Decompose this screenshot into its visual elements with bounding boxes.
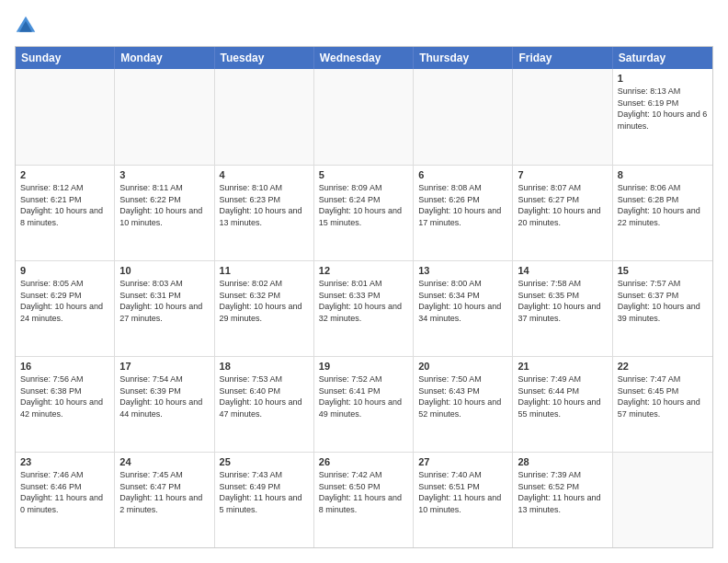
cal-cell	[16, 69, 115, 165]
weekday-header-friday: Friday	[513, 47, 612, 69]
cal-cell	[613, 453, 712, 547]
day-number: 26	[319, 456, 408, 467]
cal-cell: 27Sunrise: 7:40 AM Sunset: 6:51 PM Dayli…	[414, 453, 513, 547]
day-number: 3	[119, 169, 209, 180]
day-number: 15	[618, 265, 708, 276]
day-number: 28	[518, 456, 607, 467]
day-number: 17	[119, 361, 209, 372]
cal-cell: 6Sunrise: 8:08 AM Sunset: 6:26 PM Daylig…	[414, 166, 513, 260]
cal-cell: 14Sunrise: 7:58 AM Sunset: 6:35 PM Dayli…	[513, 261, 612, 356]
day-number: 8	[618, 169, 708, 180]
page: SundayMondayTuesdayWednesdayThursdayFrid…	[0, 0, 728, 563]
day-info: Sunrise: 8:00 AM Sunset: 6:34 PM Dayligh…	[418, 278, 507, 324]
day-number: 6	[418, 169, 507, 180]
cal-cell: 4Sunrise: 8:10 AM Sunset: 6:23 PM Daylig…	[215, 166, 314, 260]
cal-cell: 12Sunrise: 8:01 AM Sunset: 6:33 PM Dayli…	[314, 261, 414, 356]
weekday-header-saturday: Saturday	[613, 47, 712, 69]
cal-cell	[115, 69, 214, 165]
day-info: Sunrise: 7:50 AM Sunset: 6:43 PM Dayligh…	[418, 373, 507, 419]
day-number: 7	[518, 169, 607, 180]
cal-cell: 3Sunrise: 8:11 AM Sunset: 6:22 PM Daylig…	[115, 166, 214, 260]
week-row-3: 9Sunrise: 8:05 AM Sunset: 6:29 PM Daylig…	[16, 260, 712, 356]
day-number: 19	[319, 361, 408, 372]
day-info: Sunrise: 8:10 AM Sunset: 6:23 PM Dayligh…	[220, 182, 309, 228]
day-info: Sunrise: 8:08 AM Sunset: 6:26 PM Dayligh…	[418, 182, 507, 228]
day-number: 21	[518, 361, 607, 372]
cal-cell: 8Sunrise: 8:06 AM Sunset: 6:28 PM Daylig…	[613, 166, 712, 260]
day-number: 12	[319, 265, 408, 276]
day-info: Sunrise: 8:12 AM Sunset: 6:21 PM Dayligh…	[20, 182, 109, 228]
cal-cell: 1Sunrise: 8:13 AM Sunset: 6:19 PM Daylig…	[613, 69, 712, 165]
day-info: Sunrise: 8:13 AM Sunset: 6:19 PM Dayligh…	[618, 86, 708, 132]
week-row-4: 16Sunrise: 7:56 AM Sunset: 6:38 PM Dayli…	[16, 356, 712, 452]
cal-cell: 25Sunrise: 7:43 AM Sunset: 6:49 PM Dayli…	[215, 453, 314, 547]
day-info: Sunrise: 7:46 AM Sunset: 6:46 PM Dayligh…	[20, 469, 109, 515]
cal-cell: 11Sunrise: 8:02 AM Sunset: 6:32 PM Dayli…	[215, 261, 314, 356]
calendar-body: 1Sunrise: 8:13 AM Sunset: 6:19 PM Daylig…	[16, 69, 712, 547]
cal-cell	[215, 69, 314, 165]
day-number: 22	[618, 361, 708, 372]
calendar: SundayMondayTuesdayWednesdayThursdayFrid…	[15, 46, 713, 548]
day-info: Sunrise: 8:03 AM Sunset: 6:31 PM Dayligh…	[119, 278, 209, 324]
day-number: 2	[20, 169, 109, 180]
cal-cell	[314, 69, 414, 165]
day-number: 16	[20, 361, 109, 372]
day-number: 13	[418, 265, 507, 276]
day-info: Sunrise: 7:40 AM Sunset: 6:51 PM Dayligh…	[418, 469, 507, 515]
day-info: Sunrise: 7:43 AM Sunset: 6:49 PM Dayligh…	[220, 469, 309, 515]
day-info: Sunrise: 7:47 AM Sunset: 6:45 PM Dayligh…	[618, 373, 708, 419]
day-number: 11	[220, 265, 309, 276]
weekday-header-sunday: Sunday	[16, 47, 115, 69]
week-row-2: 2Sunrise: 8:12 AM Sunset: 6:21 PM Daylig…	[16, 165, 712, 260]
day-info: Sunrise: 7:56 AM Sunset: 6:38 PM Dayligh…	[20, 373, 109, 419]
header	[15, 15, 713, 37]
day-number: 23	[20, 456, 109, 467]
cal-cell: 5Sunrise: 8:09 AM Sunset: 6:24 PM Daylig…	[314, 166, 414, 260]
cal-cell: 7Sunrise: 8:07 AM Sunset: 6:27 PM Daylig…	[513, 166, 612, 260]
day-number: 5	[319, 169, 408, 180]
day-info: Sunrise: 7:54 AM Sunset: 6:39 PM Dayligh…	[119, 373, 209, 419]
cal-cell: 28Sunrise: 7:39 AM Sunset: 6:52 PM Dayli…	[513, 453, 612, 547]
day-number: 4	[220, 169, 309, 180]
day-info: Sunrise: 7:57 AM Sunset: 6:37 PM Dayligh…	[618, 278, 708, 324]
day-info: Sunrise: 7:39 AM Sunset: 6:52 PM Dayligh…	[518, 469, 607, 515]
weekday-header-wednesday: Wednesday	[314, 47, 414, 69]
day-info: Sunrise: 8:09 AM Sunset: 6:24 PM Dayligh…	[319, 182, 408, 228]
week-row-1: 1Sunrise: 8:13 AM Sunset: 6:19 PM Daylig…	[16, 69, 712, 165]
logo-icon	[15, 15, 37, 37]
weekday-header-tuesday: Tuesday	[215, 47, 314, 69]
calendar-header: SundayMondayTuesdayWednesdayThursdayFrid…	[16, 47, 712, 69]
day-number: 14	[518, 265, 607, 276]
cal-cell	[414, 69, 513, 165]
cal-cell: 21Sunrise: 7:49 AM Sunset: 6:44 PM Dayli…	[513, 357, 612, 452]
day-number: 18	[220, 361, 309, 372]
day-info: Sunrise: 8:11 AM Sunset: 6:22 PM Dayligh…	[119, 182, 209, 228]
week-row-5: 23Sunrise: 7:46 AM Sunset: 6:46 PM Dayli…	[16, 452, 712, 547]
cal-cell: 13Sunrise: 8:00 AM Sunset: 6:34 PM Dayli…	[414, 261, 513, 356]
day-number: 9	[20, 265, 109, 276]
day-info: Sunrise: 7:49 AM Sunset: 6:44 PM Dayligh…	[518, 373, 607, 419]
cal-cell: 22Sunrise: 7:47 AM Sunset: 6:45 PM Dayli…	[613, 357, 712, 452]
day-info: Sunrise: 8:06 AM Sunset: 6:28 PM Dayligh…	[618, 182, 708, 228]
day-info: Sunrise: 8:05 AM Sunset: 6:29 PM Dayligh…	[20, 278, 109, 324]
cal-cell: 19Sunrise: 7:52 AM Sunset: 6:41 PM Dayli…	[314, 357, 414, 452]
cal-cell	[513, 69, 612, 165]
day-info: Sunrise: 7:52 AM Sunset: 6:41 PM Dayligh…	[319, 373, 408, 419]
day-number: 1	[618, 73, 708, 84]
cal-cell: 2Sunrise: 8:12 AM Sunset: 6:21 PM Daylig…	[16, 166, 115, 260]
day-number: 25	[220, 456, 309, 467]
day-info: Sunrise: 8:01 AM Sunset: 6:33 PM Dayligh…	[319, 278, 408, 324]
cal-cell: 10Sunrise: 8:03 AM Sunset: 6:31 PM Dayli…	[115, 261, 214, 356]
cal-cell: 18Sunrise: 7:53 AM Sunset: 6:40 PM Dayli…	[215, 357, 314, 452]
day-info: Sunrise: 8:07 AM Sunset: 6:27 PM Dayligh…	[518, 182, 607, 228]
day-info: Sunrise: 7:42 AM Sunset: 6:50 PM Dayligh…	[319, 469, 408, 515]
cal-cell: 26Sunrise: 7:42 AM Sunset: 6:50 PM Dayli…	[314, 453, 414, 547]
cal-cell: 9Sunrise: 8:05 AM Sunset: 6:29 PM Daylig…	[16, 261, 115, 356]
day-info: Sunrise: 7:58 AM Sunset: 6:35 PM Dayligh…	[518, 278, 607, 324]
weekday-header-monday: Monday	[115, 47, 214, 69]
cal-cell: 24Sunrise: 7:45 AM Sunset: 6:47 PM Dayli…	[115, 453, 214, 547]
cal-cell: 23Sunrise: 7:46 AM Sunset: 6:46 PM Dayli…	[16, 453, 115, 547]
day-number: 10	[119, 265, 209, 276]
logo	[15, 15, 40, 37]
day-info: Sunrise: 7:53 AM Sunset: 6:40 PM Dayligh…	[220, 373, 309, 419]
